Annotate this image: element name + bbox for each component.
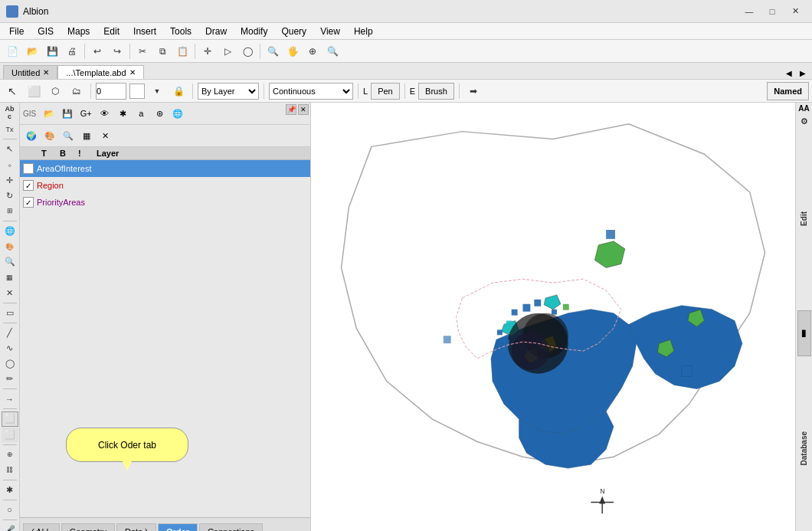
gis-zoom[interactable]: 🔍 [60,127,77,144]
layer-check-aoi[interactable] [23,163,34,174]
tab-nav-left[interactable]: ◀ [783,67,795,79]
layer-row-aoi[interactable]: AreaOfInterest [20,160,310,177]
lock-btn[interactable]: 🔒 [169,82,188,100]
panel-pin[interactable]: 📌 [286,104,296,115]
gis-dot[interactable]: ⊛ [151,105,168,122]
circle-btn[interactable]: ◯ [238,42,257,61]
maximize-button[interactable]: □ [761,4,783,19]
gis-globe[interactable]: 🌐 [169,105,186,122]
arrow-right-btn[interactable]: ➡ [464,82,483,100]
menu-file[interactable]: File [3,24,30,39]
tool-circle[interactable]: ◯ [2,356,18,371]
tool-globe[interactable]: 🌐 [2,224,18,238]
menu-edit[interactable]: Edit [97,24,126,39]
linetype-select[interactable]: Continuous [269,83,353,100]
menu-insert[interactable]: Insert [127,24,162,39]
paste-btn[interactable]: 📋 [173,42,192,61]
cursor-btn[interactable]: ↖ [3,82,21,100]
gis-a[interactable]: a [133,105,149,122]
tab-close-untitled[interactable]: ✕ [43,68,49,77]
save-btn[interactable]: 💾 [43,42,61,61]
menu-draw[interactable]: Draw [199,24,233,39]
gis-add[interactable]: G+ [77,105,94,122]
panel-close[interactable]: ✕ [298,104,309,115]
tab-all[interactable]: ( ALL [23,523,60,531]
minimize-button[interactable]: — [738,4,760,19]
tool-mic[interactable]: 🎤 [2,523,18,531]
pen-button[interactable]: Pen [371,83,400,100]
tool-circle2[interactable]: ○ [2,503,18,517]
zoom2-btn[interactable]: ⊕ [303,42,322,61]
tab-template[interactable]: ...\Template.abd ✕ [57,65,143,79]
tool-rect[interactable]: ▭ [2,306,18,320]
edit-label[interactable]: Edit [800,211,808,226]
tool-special1[interactable]: ⬜ [2,411,18,426]
gis-earth[interactable]: 🌍 [23,127,40,144]
menu-query[interactable]: Query [275,24,313,39]
gis-eye[interactable]: 👁 [96,105,113,122]
map-area[interactable]: N [311,103,795,531]
tab-geometry[interactable]: Geometry [61,523,115,531]
layer-check-priority[interactable] [23,197,34,208]
tool-select[interactable]: ↖ [2,142,18,156]
new-btn[interactable]: 📄 [3,42,21,61]
gis-open[interactable]: 📂 [41,105,57,122]
brush-button[interactable]: Brush [418,83,454,100]
layer-row-priority[interactable]: PriorityAreas [20,194,310,211]
gis-palette[interactable]: 🎨 [41,127,58,144]
cut-btn[interactable]: ✂ [133,42,152,61]
tab-data[interactable]: Data ) [116,523,156,531]
open-btn[interactable]: 📂 [23,42,41,61]
tool-rotate[interactable]: ↻ [2,188,18,203]
select-rect-btn[interactable]: ⬜ [25,82,43,100]
tool-node[interactable]: ⬦ [2,157,18,172]
tool-line[interactable]: ╱ [2,326,18,340]
tool-arrow[interactable]: → [2,392,18,406]
layer-check-region[interactable] [23,180,34,191]
select-btn[interactable]: ▷ [218,42,237,61]
redo-btn[interactable]: ↪ [108,42,126,61]
tool-color[interactable]: 🎨 [2,239,18,254]
tool-abc[interactable]: Abc [2,104,18,121]
copy-btn[interactable]: ⧉ [153,42,172,61]
gis-layout[interactable]: ▦ [78,127,95,144]
settings-icon[interactable]: ⚙ [797,114,811,128]
tab-order[interactable]: Order [158,523,198,531]
bylayer-select[interactable]: By Layer [198,83,259,100]
tool-grid[interactable]: ▦ [2,270,18,284]
tool-cross[interactable]: ✕ [2,286,18,300]
color-input[interactable]: 0 [96,83,126,100]
tool-tx[interactable]: Tx [2,122,18,136]
database-label[interactable]: Database [800,431,808,465]
print-btn[interactable]: 🖨 [63,42,81,61]
tool-snap[interactable]: ⊕ [2,447,18,462]
menu-view[interactable]: View [314,24,346,39]
layer-row-region[interactable]: Region [20,177,310,194]
tool-move[interactable]: ✛ [2,172,18,187]
prop-down-btn[interactable]: ▼ [148,82,166,100]
aa-label[interactable]: AA [798,104,809,113]
pan-btn[interactable]: 🖐 [283,42,302,61]
find-btn[interactable]: 🔍 [323,42,342,61]
select-poly-btn[interactable]: ⬡ [46,82,64,100]
scrollbar-right[interactable]: ▊ [797,310,811,356]
color-swatch[interactable] [129,84,145,99]
tool-star[interactable]: ✱ [2,483,18,497]
tool-scale[interactable]: ⊞ [2,204,18,218]
gis-save[interactable]: 💾 [59,105,76,122]
zoom-btn[interactable]: 🔍 [264,42,282,61]
menu-maps[interactable]: Maps [61,24,96,39]
tool-special2[interactable]: ⬜ [2,428,18,442]
tab-untitled[interactable]: Untitled ✕ [3,65,57,79]
tool-curve[interactable]: ∿ [2,341,18,356]
named-button[interactable]: Named [767,82,809,100]
undo-btn[interactable]: ↩ [88,42,106,61]
close-button[interactable]: ✕ [784,4,806,19]
tab-connections[interactable]: Connections [199,523,263,531]
tool-pencil[interactable]: ✏ [2,372,18,386]
tool-magnify[interactable]: 🔍 [2,254,18,269]
gis-cross[interactable]: ✕ [97,127,113,144]
menu-help[interactable]: Help [348,24,379,39]
layers-btn[interactable]: 🗂 [67,82,86,100]
menu-gis[interactable]: GIS [31,24,60,39]
